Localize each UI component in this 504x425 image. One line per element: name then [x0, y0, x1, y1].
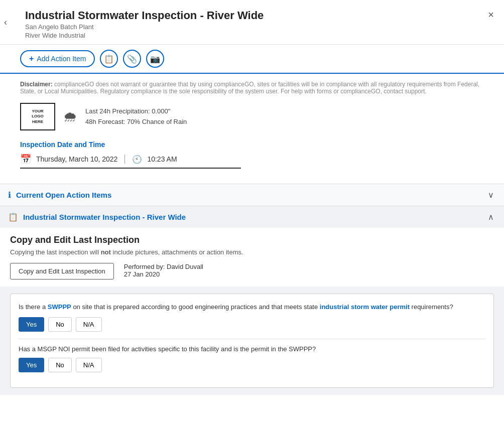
swppp-highlight: SWPPP [48, 303, 71, 311]
paperclip-icon: 📎 [127, 54, 137, 64]
action-items-title: Current Open Action Items [16, 191, 111, 199]
disclaimer-text: complianceGO does not warrant or guarant… [20, 81, 479, 95]
subtitle-2: River Wide Industrial [25, 32, 494, 39]
swppp-highlight-2: SWPPP [289, 345, 312, 353]
inspection-header-left: 📋 Industrial Stormwater Inspection - Riv… [8, 212, 186, 222]
add-action-button[interactable]: + Add Action Item [20, 50, 95, 67]
copy-edit-button[interactable]: Copy and Edit Last Inspection [10, 263, 114, 279]
back-arrow[interactable]: ‹ [4, 17, 7, 28]
rain-icon: 🌧 [63, 108, 77, 125]
inspection-date: Thursday, March 10, 2022 [36, 155, 117, 163]
disclaimer-label: Disclaimer: [20, 81, 53, 88]
attachment-icon-button[interactable]: 📎 [123, 50, 141, 68]
q1-na-button[interactable]: N/A [76, 317, 102, 332]
question-2-label-final: ? [312, 345, 316, 353]
performed-by: Performed by: David Duvall [124, 263, 203, 270]
plus-icon: + [29, 54, 34, 63]
export-icon-button[interactable]: 📋 [100, 50, 118, 68]
question-2-label-cont: permit been filed for activities specifi… [70, 345, 201, 353]
camera-icon: 📷 [150, 54, 160, 64]
q2-yes-button[interactable]: Yes [19, 358, 44, 372]
weather-row: YOUR LOGO HERE 🌧 Last 24h Precipitation:… [20, 103, 494, 130]
weather-info: Last 24h Precipitation: 0.000" 48h Forec… [85, 106, 187, 127]
question-1-text: Is there a SWPPP on site that is prepare… [19, 302, 485, 312]
company-logo: YOUR LOGO HERE [20, 103, 55, 130]
copy-note-bold: not [101, 248, 111, 256]
toolbar: + Add Action Item 📋 📎 📷 [0, 45, 504, 74]
precipitation-text: Last 24h Precipitation: 0.000" [85, 106, 187, 117]
action-items-section: ℹ Current Open Action Items ∨ [0, 184, 504, 206]
question-2-text: Has a MSGP NOI permit been filed for act… [19, 344, 485, 354]
forecast-text: 48h Forecast: 70% Chance of Rain [85, 117, 187, 127]
q2-na-button[interactable]: N/A [76, 358, 102, 372]
copy-note-start: Copying the last inspection will [10, 248, 101, 256]
copy-note: Copying the last inspection will not inc… [10, 248, 494, 256]
copy-note-end: include pictures, attachments or action … [113, 248, 243, 256]
inspection-section-header[interactable]: 📋 Industrial Stormwater Inspection - Riv… [0, 206, 504, 228]
disclaimer-block: Disclaimer: complianceGO does not warran… [20, 81, 494, 95]
header: ‹ Industrial Stormwater Inspection - Riv… [0, 0, 504, 45]
question-1-label-end: requirements? [410, 303, 453, 311]
copy-action-row: Copy and Edit Last Inspection Performed … [10, 263, 494, 279]
logo-line2: LOGO [32, 114, 44, 119]
question-1-answers: Yes No N/A [19, 317, 485, 332]
inspection-main-section: 📋 Industrial Stormwater Inspection - Riv… [0, 206, 504, 395]
separator [124, 155, 125, 164]
date-time-row: 📅 Thursday, March 10, 2022 🕙 10:23 AM [20, 154, 241, 169]
performed-date: 27 Jan 2020 [124, 270, 203, 278]
question-divider [19, 339, 485, 339]
q2-no-button[interactable]: No [48, 358, 72, 372]
q1-no-button[interactable]: No [48, 317, 72, 332]
industrial-highlight: industrial storm water permit [320, 303, 410, 311]
performed-info: Performed by: David Duvall 27 Jan 2020 [124, 263, 203, 278]
close-button[interactable]: × [488, 9, 494, 21]
info-icon: ℹ [8, 190, 11, 200]
msgp-highlight: MSGP NOI [38, 345, 70, 353]
clipboard-icon: 📋 [8, 212, 18, 222]
subtitle-1: San Angelo Batch Plant [25, 23, 494, 31]
copy-section: Copy and Edit Last Inspection Copying th… [0, 228, 504, 287]
add-action-label: Add Action Item [37, 55, 86, 63]
questions-section: Is there a SWPPP on site that is prepare… [10, 294, 494, 388]
calendar-icon: 📅 [20, 154, 31, 165]
camera-icon-button[interactable]: 📷 [146, 50, 164, 68]
action-items-chevron: ∨ [488, 190, 494, 200]
question-2-answers: Yes No N/A [19, 358, 485, 372]
action-items-header[interactable]: ℹ Current Open Action Items ∨ [0, 184, 504, 206]
copy-title: Copy and Edit Last Inspection [10, 235, 494, 245]
inspection-date-label: Inspection Date and Time [20, 140, 494, 149]
question-2-label-end: and is the permit in the [219, 345, 289, 353]
q1-yes-button[interactable]: Yes [19, 317, 44, 332]
facility-highlight: facility [201, 345, 219, 353]
question-1-label-cont: on site that is prepared according to go… [71, 303, 320, 311]
clock-icon: 🕙 [132, 155, 142, 164]
export-icon: 📋 [104, 54, 114, 64]
page-wrapper: ‹ Industrial Stormwater Inspection - Riv… [0, 0, 504, 395]
main-content: Disclaimer: complianceGO does not warran… [0, 74, 504, 184]
logo-line1: YOUR [32, 109, 43, 114]
page-title: Industrial Stormwater Inspection - River… [25, 9, 494, 22]
question-2-label: Has a [19, 345, 38, 353]
question-1-label: Is there a [19, 303, 48, 311]
action-items-header-left: ℹ Current Open Action Items [8, 190, 111, 200]
inspection-time: 10:23 AM [147, 155, 177, 163]
inspection-chevron: ∧ [488, 212, 494, 222]
inspection-section-title: Industrial Stormwater Inspection - River… [23, 213, 186, 221]
logo-line3: HERE [32, 119, 43, 124]
